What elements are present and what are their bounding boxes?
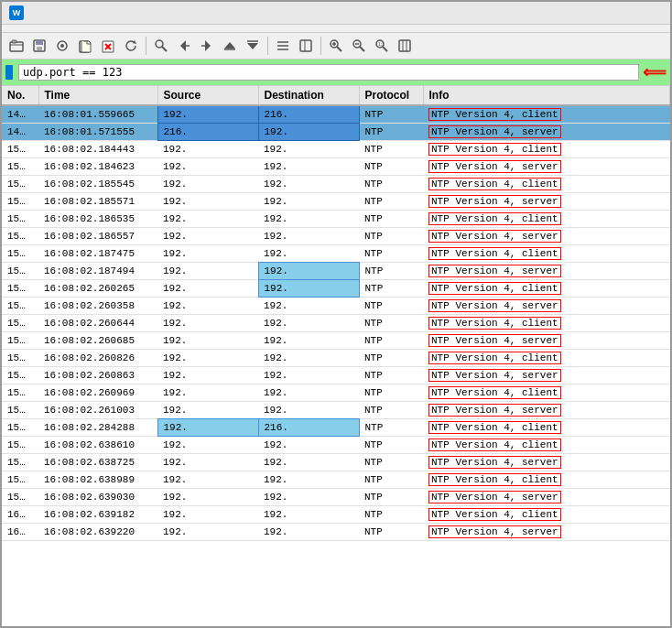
cell-info: NTP Version 4, client bbox=[423, 384, 670, 402]
table-row[interactable]: 14…16:08:01.559665192.216.NTPNTP Version… bbox=[2, 105, 670, 124]
list-button[interactable] bbox=[272, 36, 294, 56]
title-bar: W bbox=[2, 2, 670, 25]
scroll-top-button[interactable] bbox=[219, 36, 241, 56]
cell-protocol: NTP bbox=[359, 228, 423, 245]
menu-view[interactable] bbox=[38, 27, 53, 30]
table-row[interactable]: 15…16:08:02.260644192.192.NTPNTP Version… bbox=[2, 315, 670, 332]
menu-help[interactable] bbox=[170, 27, 185, 30]
menu-tools[interactable] bbox=[154, 27, 168, 30]
cell-time: 16:08:02.186557 bbox=[38, 228, 157, 245]
cell-no: 15… bbox=[2, 471, 38, 489]
table-row[interactable]: 15…16:08:02.260358192.192.NTPNTP Version… bbox=[2, 298, 670, 315]
cell-time: 16:08:02.638725 bbox=[38, 454, 157, 471]
cell-protocol: NTP bbox=[359, 298, 423, 315]
filter-arrow-icon: ⟸ bbox=[643, 62, 667, 82]
cell-protocol: NTP bbox=[359, 471, 423, 489]
zoom-out-button[interactable] bbox=[348, 36, 370, 56]
cell-protocol: NTP bbox=[359, 245, 423, 263]
zoom-reset-button[interactable]: 1:1 bbox=[371, 36, 393, 56]
menu-edit[interactable] bbox=[22, 27, 37, 30]
toolbar-separator-3 bbox=[320, 37, 321, 55]
table-row[interactable]: 15…16:08:02.260969192.192.NTPNTP Version… bbox=[2, 384, 670, 402]
cell-time: 16:08:02.260863 bbox=[38, 367, 157, 384]
scroll-bottom-button[interactable] bbox=[242, 36, 264, 56]
cell-destination: 192. bbox=[258, 193, 359, 211]
table-row[interactable]: 15…16:08:02.260265192.192.NTPNTP Version… bbox=[2, 280, 670, 298]
cell-info: NTP Version 4, server bbox=[423, 193, 670, 211]
cell-info: NTP Version 4, server bbox=[423, 263, 670, 280]
table-row[interactable]: 15…16:08:02.184623192.192.NTPNTP Version… bbox=[2, 158, 670, 176]
cell-destination: 192. bbox=[258, 332, 359, 350]
cell-time: 16:08:02.260826 bbox=[38, 350, 157, 367]
cell-info: NTP Version 4, client bbox=[423, 471, 670, 489]
table-row[interactable]: 15…16:08:02.639030192.192.NTPNTP Version… bbox=[2, 489, 670, 506]
svg-rect-1 bbox=[12, 40, 16, 43]
cell-protocol: NTP bbox=[359, 524, 423, 541]
menu-wireless[interactable] bbox=[137, 27, 152, 30]
back-button[interactable] bbox=[173, 36, 195, 56]
resize-columns-button[interactable] bbox=[394, 36, 416, 56]
table-row[interactable]: 15…16:08:02.638725192.192.NTPNTP Version… bbox=[2, 454, 670, 471]
table-row[interactable]: 14…16:08:01.571555216.192.NTPNTP Version… bbox=[2, 124, 670, 141]
menu-analyze[interactable] bbox=[88, 27, 103, 30]
cell-protocol: NTP bbox=[359, 419, 423, 437]
cell-info: NTP Version 4, client bbox=[423, 350, 670, 367]
table-row[interactable]: 15…16:08:02.186557192.192.NTPNTP Version… bbox=[2, 228, 670, 245]
cell-time: 16:08:02.260685 bbox=[38, 332, 157, 350]
capture-button[interactable] bbox=[51, 36, 73, 56]
menu-statistics[interactable] bbox=[104, 27, 119, 30]
new-button[interactable] bbox=[74, 36, 96, 56]
cell-no: 15… bbox=[2, 437, 38, 454]
table-row[interactable]: 16…16:08:02.639220192.192.NTPNTP Version… bbox=[2, 524, 670, 541]
table-row[interactable]: 15…16:08:02.260685192.192.NTPNTP Version… bbox=[2, 332, 670, 350]
cell-no: 15… bbox=[2, 245, 38, 263]
menu-capture[interactable] bbox=[71, 27, 86, 30]
cell-destination: 192. bbox=[258, 454, 359, 471]
table-row[interactable]: 15…16:08:02.638989192.192.NTPNTP Version… bbox=[2, 471, 670, 489]
table-row[interactable]: 15…16:08:02.187494192.192.NTPNTP Version… bbox=[2, 263, 670, 280]
table-row[interactable]: 15…16:08:02.187475192.192.NTPNTP Version… bbox=[2, 245, 670, 263]
table-row[interactable]: 15…16:08:02.260863192.192.NTPNTP Version… bbox=[2, 367, 670, 384]
menu-telephony[interactable] bbox=[121, 27, 135, 30]
cell-source: 192. bbox=[157, 315, 258, 332]
filter-input[interactable] bbox=[18, 64, 639, 81]
cell-destination: 192. bbox=[258, 489, 359, 506]
packet-table-container: No. Time Source Destination Protocol Inf… bbox=[2, 86, 670, 626]
cell-destination: 192. bbox=[258, 141, 359, 158]
cell-destination: 192. bbox=[258, 158, 359, 176]
cell-time: 16:08:02.186535 bbox=[38, 211, 157, 228]
columns-button[interactable] bbox=[295, 36, 317, 56]
menu-file[interactable] bbox=[5, 27, 20, 30]
main-window: W bbox=[0, 0, 672, 628]
open-button[interactable] bbox=[5, 36, 27, 56]
cell-source: 192. bbox=[157, 454, 258, 471]
cell-source: 192. bbox=[157, 524, 258, 541]
find-button[interactable] bbox=[150, 36, 172, 56]
table-row[interactable]: 15…16:08:02.638610192.192.NTPNTP Version… bbox=[2, 437, 670, 454]
table-row[interactable]: 15…16:08:02.184443192.192.NTPNTP Version… bbox=[2, 141, 670, 158]
table-header-row: No. Time Source Destination Protocol Inf… bbox=[2, 86, 670, 105]
cell-no: 15… bbox=[2, 211, 38, 228]
forward-button[interactable] bbox=[196, 36, 218, 56]
reload-button[interactable] bbox=[120, 36, 142, 56]
zoom-in-button[interactable] bbox=[325, 36, 347, 56]
close-file-button[interactable] bbox=[97, 36, 119, 56]
cell-time: 16:08:02.638989 bbox=[38, 471, 157, 489]
cell-destination: 192. bbox=[258, 280, 359, 298]
table-row[interactable]: 15…16:08:02.185571192.192.NTPNTP Version… bbox=[2, 193, 670, 211]
cell-destination: 192. bbox=[258, 384, 359, 402]
table-row[interactable]: 15…16:08:02.185545192.192.NTPNTP Version… bbox=[2, 176, 670, 193]
table-row[interactable]: 15…16:08:02.260826192.192.NTPNTP Version… bbox=[2, 350, 670, 367]
cell-protocol: NTP bbox=[359, 350, 423, 367]
save-button[interactable] bbox=[28, 36, 50, 56]
menu-go[interactable] bbox=[55, 27, 70, 30]
cell-no: 15… bbox=[2, 176, 38, 193]
cell-source: 216. bbox=[157, 124, 258, 141]
table-row[interactable]: 16…16:08:02.639182192.192.NTPNTP Version… bbox=[2, 506, 670, 524]
cell-source: 192. bbox=[157, 105, 258, 124]
cell-time: 16:08:02.639220 bbox=[38, 524, 157, 541]
menu-bar bbox=[2, 25, 670, 33]
table-row[interactable]: 15…16:08:02.284288192.216.NTPNTP Version… bbox=[2, 419, 670, 437]
table-row[interactable]: 15…16:08:02.186535192.192.NTPNTP Version… bbox=[2, 211, 670, 228]
table-row[interactable]: 15…16:08:02.261003192.192.NTPNTP Version… bbox=[2, 402, 670, 419]
